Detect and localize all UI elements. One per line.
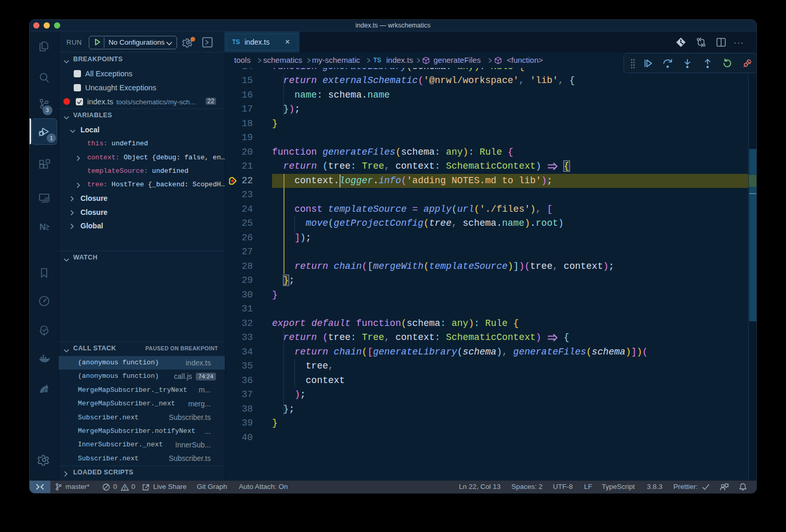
svg-text:N: N: [39, 222, 46, 232]
